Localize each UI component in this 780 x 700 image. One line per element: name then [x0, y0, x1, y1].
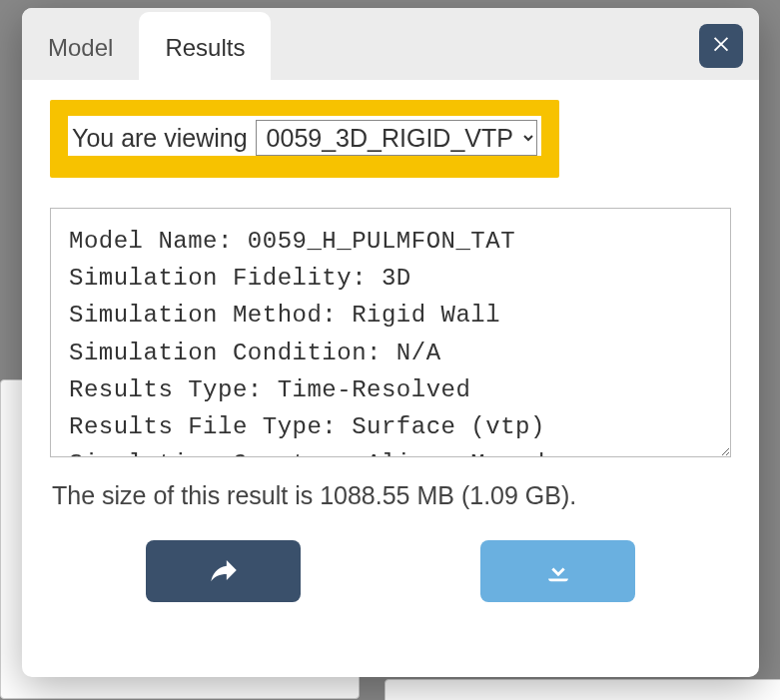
modal-header: Model Results — [22, 8, 759, 80]
result-select[interactable]: 0059_3D_RIGID_VTP — [256, 120, 537, 156]
download-button[interactable] — [480, 540, 635, 602]
tab-results[interactable]: Results — [139, 12, 271, 80]
viewing-highlight: You are viewing 0059_3D_RIGID_VTP — [50, 100, 559, 178]
tab-bar: Model Results — [22, 8, 271, 80]
close-button[interactable] — [699, 24, 743, 68]
result-details-textarea[interactable]: Model Name: 0059_H_PULMFON_TAT Simulatio… — [50, 208, 731, 457]
download-icon — [541, 553, 575, 590]
modal-body: You are viewing 0059_3D_RIGID_VTP Model … — [22, 80, 759, 677]
share-button[interactable] — [146, 540, 301, 602]
share-icon — [207, 553, 241, 590]
result-size-text: The size of this result is 1088.55 MB (1… — [50, 481, 731, 510]
viewing-row: You are viewing 0059_3D_RIGID_VTP — [68, 116, 541, 156]
viewing-label: You are viewing — [72, 124, 248, 153]
action-buttons — [50, 540, 731, 602]
results-modal: Model Results You are viewing 0059_3D_RI… — [22, 8, 759, 677]
background-card — [385, 679, 780, 700]
close-icon — [710, 32, 732, 60]
tab-model[interactable]: Model — [22, 12, 139, 80]
